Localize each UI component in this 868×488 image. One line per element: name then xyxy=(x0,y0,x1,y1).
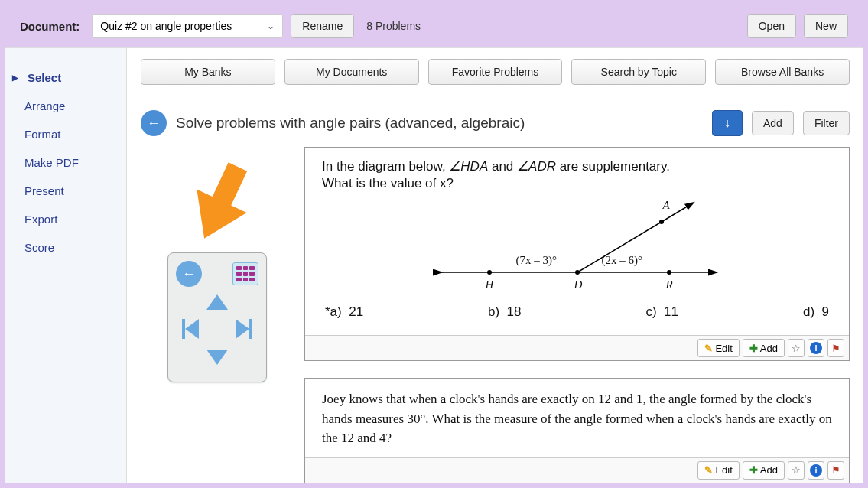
flag-button[interactable]: ⚑ xyxy=(827,461,844,480)
sidebar-item-export[interactable]: Export xyxy=(5,205,126,233)
tab-search-by-topic[interactable]: Search by Topic xyxy=(571,59,706,85)
sidebar: Select Arrange Format Make PDF Present E… xyxy=(5,48,127,483)
tab-favorite-problems[interactable]: Favorite Problems xyxy=(428,59,563,85)
info-icon: i xyxy=(810,464,822,477)
pencil-icon: ✎ xyxy=(704,343,713,354)
tab-row: My Banks My Documents Favorite Problems … xyxy=(141,59,850,96)
expr-left: (7x – 3)° xyxy=(516,254,558,267)
edit-button[interactable]: ✎Edit xyxy=(697,339,739,357)
expr-right: (2x – 6)° xyxy=(602,254,643,267)
topbar: Document: Quiz #2 on angle properties ⌄ … xyxy=(5,5,863,47)
pencil-icon: ✎ xyxy=(704,464,713,476)
favorite-button[interactable]: ☆ xyxy=(788,339,805,357)
tab-my-documents[interactable]: My Documents xyxy=(284,59,419,85)
page-title: Solve problems with angle pairs (advance… xyxy=(176,115,703,132)
svg-point-2 xyxy=(487,270,492,275)
star-icon: ☆ xyxy=(792,464,801,476)
document-select[interactable]: Quiz #2 on angle properties ⌄ xyxy=(92,14,283,38)
filter-button[interactable]: Filter xyxy=(803,111,850,135)
open-button[interactable]: Open xyxy=(747,14,796,38)
label-H: H xyxy=(486,278,494,291)
document-name: Quiz #2 on angle properties xyxy=(100,20,232,32)
nav-down-button[interactable] xyxy=(206,350,228,365)
star-icon: ☆ xyxy=(792,343,801,354)
download-icon: ↓ xyxy=(724,116,730,130)
title-bar: ← Solve problems with angle pairs (advan… xyxy=(141,110,850,136)
svg-point-5 xyxy=(659,220,664,224)
pointer-arrow-icon xyxy=(168,150,266,255)
arrow-left-icon: ← xyxy=(182,266,196,282)
arrow-left-icon: ← xyxy=(147,115,161,132)
main-panel: My Banks My Documents Favorite Problems … xyxy=(127,48,863,483)
problem-card: In the diagram below, ∠HDA and ∠ADR are … xyxy=(304,147,850,361)
problem-text: Joey knows that when a clock's hands are… xyxy=(322,389,832,448)
tab-browse-all-banks[interactable]: Browse All Banks xyxy=(715,59,850,85)
tab-my-banks[interactable]: My Banks xyxy=(141,59,275,85)
sidebar-item-arrange[interactable]: Arrange xyxy=(5,92,126,120)
sidebar-item-present[interactable]: Present xyxy=(5,177,126,205)
info-button[interactable]: i xyxy=(808,339,824,357)
svg-point-3 xyxy=(575,270,580,275)
problem-text: In the diagram below, ∠HDA and ∠ADR are … xyxy=(322,158,832,174)
edit-button[interactable]: ✎Edit xyxy=(697,461,739,480)
problem-question: What is the value of x? xyxy=(322,176,832,191)
flag-icon: ⚑ xyxy=(831,464,840,476)
nav-back-button[interactable]: ← xyxy=(176,261,202,287)
hint-column: ← xyxy=(141,147,294,483)
sidebar-item-format[interactable]: Format xyxy=(5,120,126,148)
problem-list: In the diagram below, ∠HDA and ∠ADR are … xyxy=(304,147,850,483)
sidebar-item-score[interactable]: Score xyxy=(5,233,126,262)
sidebar-item-make-pdf[interactable]: Make PDF xyxy=(5,148,126,177)
label-R: R xyxy=(666,278,673,291)
problem-actions: ✎Edit ✚Add ☆ i ⚑ xyxy=(305,457,849,483)
nav-next-button[interactable] xyxy=(236,319,252,339)
sidebar-item-select[interactable]: Select xyxy=(5,63,126,92)
problem-actions: ✎Edit ✚Add ☆ i ⚑ xyxy=(305,335,849,360)
add-button[interactable]: Add xyxy=(752,111,794,135)
download-button[interactable]: ↓ xyxy=(712,110,743,136)
answer-choices: *a) 21 b) 18 c) 11 d) 9 xyxy=(322,301,832,327)
nav-up-button[interactable] xyxy=(206,294,228,310)
favorite-button[interactable]: ☆ xyxy=(788,461,805,480)
add-problem-button[interactable]: ✚Add xyxy=(743,461,785,480)
back-button[interactable]: ← xyxy=(141,110,167,136)
plus-icon: ✚ xyxy=(749,464,758,476)
chevron-down-icon: ⌄ xyxy=(267,21,275,31)
add-problem-button[interactable]: ✚Add xyxy=(743,339,785,357)
nav-prev-button[interactable] xyxy=(182,319,199,339)
nav-dpad xyxy=(179,291,255,368)
problem-count: 8 Problems xyxy=(362,20,425,32)
info-icon: i xyxy=(810,342,822,354)
flag-icon: ⚑ xyxy=(831,343,840,354)
info-button[interactable]: i xyxy=(808,461,824,480)
nav-grid-button[interactable] xyxy=(232,262,258,285)
plus-icon: ✚ xyxy=(749,343,758,354)
rename-button[interactable]: Rename xyxy=(291,14,354,38)
label-A: A xyxy=(663,199,670,212)
document-label: Document: xyxy=(20,20,80,33)
problem-card: Joey knows that when a clock's hands are… xyxy=(304,378,850,483)
label-D: D xyxy=(574,278,583,291)
flag-button[interactable]: ⚑ xyxy=(827,339,844,357)
new-button[interactable]: New xyxy=(804,14,848,38)
svg-point-4 xyxy=(667,270,671,275)
navigator-widget: ← xyxy=(167,252,267,382)
angle-diagram: A H D R (7x – 3)° (2x – 6)° xyxy=(417,196,738,295)
